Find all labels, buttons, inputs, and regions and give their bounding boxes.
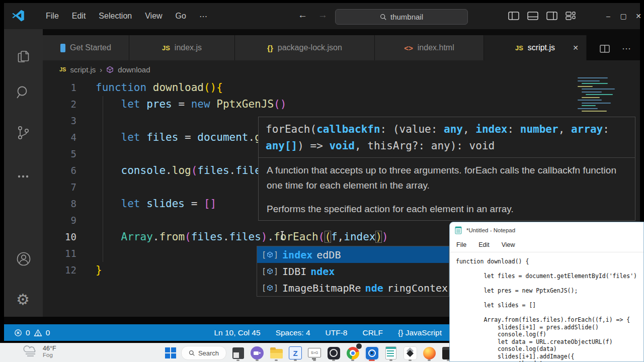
- window-app-icon[interactable]: [230, 345, 246, 360]
- vscode-logo-icon: [11, 9, 25, 23]
- notepad-titlebar[interactable]: *Untitled - Notepad: [450, 222, 643, 237]
- suggest-item[interactable]: []ImageBitmapRenderingContex: [257, 280, 449, 296]
- tab-strip: Get StartedJSindex.js{}package-lock.json…: [43, 29, 640, 60]
- breadcrumb-symbol[interactable]: download: [118, 65, 150, 74]
- suggest-item[interactable]: []IDBIndex: [257, 263, 449, 280]
- line-number: 6: [43, 162, 76, 179]
- status-item[interactable]: CRLF: [362, 328, 382, 337]
- screentogif-icon[interactable]: S>G: [307, 345, 322, 360]
- minimize-button[interactable]: –: [601, 12, 616, 20]
- line-number: 9: [43, 212, 76, 229]
- tab-package-lock-json[interactable]: {}package-lock.json: [235, 35, 375, 60]
- notepad-window[interactable]: *Untitled - Notepad FileEditView functio…: [449, 222, 644, 362]
- file-explorer-icon[interactable]: [269, 345, 284, 360]
- js-icon: JS: [515, 44, 523, 52]
- line-number: 4: [43, 129, 76, 146]
- minimap[interactable]: [578, 77, 635, 114]
- suggest-item[interactable]: []indexedDB: [257, 246, 449, 263]
- explorer-icon[interactable]: [15, 49, 31, 65]
- tab-get-started[interactable]: Get Started: [43, 35, 129, 60]
- split-editor-icon[interactable]: [600, 45, 610, 53]
- symbol-cube-icon: []: [262, 267, 278, 276]
- close-button[interactable]: ✕: [631, 12, 644, 20]
- menu-item-go[interactable]: Go: [169, 12, 193, 21]
- symbol-cube-icon: []: [262, 284, 278, 293]
- restore-button[interactable]: ▢: [616, 12, 631, 20]
- notepad-text[interactable]: function download() { let files = docume…: [450, 252, 643, 362]
- editor-actions: ⋯: [600, 43, 631, 54]
- code-line[interactable]: 2 let pres = new PptxGenJS(): [43, 96, 596, 113]
- notepad-menu-edit[interactable]: Edit: [478, 241, 490, 248]
- titlebar: FileEditSelectionViewGo⋯ ← → thumbnail –…: [4, 3, 640, 29]
- obs-icon[interactable]: [326, 345, 341, 360]
- braces-icon: {}: [267, 44, 273, 52]
- line-number: 2: [43, 96, 76, 113]
- line-number: 10: [43, 229, 76, 245]
- chat-app-icon[interactable]: [250, 345, 265, 360]
- js-icon: JS: [162, 44, 170, 52]
- notepad-menu-file[interactable]: File: [456, 241, 466, 248]
- toggle-sidebar-icon[interactable]: [508, 12, 519, 20]
- breadcrumb[interactable]: JS script.js › download: [43, 60, 640, 78]
- toggle-panel-icon[interactable]: [527, 12, 538, 20]
- line-number: 12: [43, 262, 76, 279]
- hover-paragraph-1: A function that accepts up to three argu…: [267, 163, 627, 193]
- source-control-icon[interactable]: [15, 125, 31, 141]
- code-line[interactable]: 1function download(){: [43, 79, 596, 96]
- menu-bar: FileEditSelectionViewGo⋯: [39, 3, 214, 29]
- search-sidebar-icon[interactable]: [15, 84, 31, 101]
- notepad-menu-bar: FileEditView: [450, 237, 643, 252]
- hover-description: A function that accepts up to three argu…: [259, 158, 635, 222]
- tab-label: script.js: [528, 43, 555, 52]
- taskbar-search[interactable]: Search: [181, 346, 226, 360]
- chrome-icon[interactable]: [345, 345, 360, 360]
- text-cursor-pointer: [280, 231, 285, 240]
- windows-start-icon: [165, 347, 176, 358]
- tab-bar-tabs: Get StartedJSindex.js{}package-lock.json…: [43, 35, 587, 60]
- firefox-icon[interactable]: [422, 345, 437, 360]
- back-arrow-icon[interactable]: ←: [298, 10, 307, 21]
- tab-index-js[interactable]: JSindex.js: [129, 35, 235, 60]
- menu-item-edit[interactable]: Edit: [65, 12, 93, 21]
- menu-item-view[interactable]: View: [138, 12, 169, 21]
- fog-icon: [23, 345, 38, 358]
- notepad-menu-view[interactable]: View: [502, 241, 515, 248]
- menu-item-more[interactable]: ⋯: [193, 12, 214, 21]
- customize-layout-icon[interactable]: [566, 12, 576, 20]
- notepad-app-icon[interactable]: [383, 345, 398, 360]
- status-item[interactable]: {} JavaScript: [398, 328, 442, 337]
- line-number: 11: [43, 245, 76, 262]
- menu-item-selection[interactable]: Selection: [92, 12, 138, 21]
- notepad-title: *Untitled - Notepad: [466, 227, 515, 233]
- zoomit-icon[interactable]: Z: [288, 345, 303, 360]
- search-query-text: thumbnail: [390, 13, 423, 21]
- html-icon: <>: [404, 44, 413, 52]
- toggle-secondary-sidebar-icon[interactable]: [546, 12, 557, 20]
- symbol-cube-icon: []: [262, 250, 278, 259]
- status-item[interactable]: Spaces: 4: [276, 328, 310, 337]
- weather-widget[interactable]: 46°F Fog: [23, 345, 56, 358]
- notepad-icon: [455, 226, 462, 234]
- more-actions-icon[interactable]: ⋯: [622, 43, 631, 54]
- tab-label: Get Started: [70, 43, 111, 52]
- tab-index-html[interactable]: <>index.html: [375, 35, 484, 60]
- status-item[interactable]: Ln 10, Col 45: [214, 328, 260, 337]
- menu-item-file[interactable]: File: [39, 12, 65, 21]
- breadcrumb-file[interactable]: script.js: [70, 65, 96, 74]
- taskbar-search-label: Search: [198, 349, 219, 357]
- tab-label: index.js: [175, 43, 202, 52]
- forward-arrow-icon[interactable]: →: [318, 10, 328, 21]
- status-item[interactable]: UTF-8: [326, 328, 348, 337]
- status-bar-right: Ln 10, Col 45Spaces: 4UTF-8CRLF{} JavaSc…: [4, 324, 448, 341]
- account-icon[interactable]: [15, 250, 32, 267]
- layers-app-icon[interactable]: [403, 345, 418, 360]
- command-center-search[interactable]: thumbnail: [335, 9, 468, 25]
- weather-condition: Fog: [43, 352, 56, 358]
- more-views-icon[interactable]: [15, 168, 31, 185]
- getstarted-icon: [60, 44, 65, 52]
- screen-recorder-icon[interactable]: [364, 345, 379, 360]
- start-button[interactable]: [164, 345, 177, 360]
- close-icon[interactable]: ✕: [573, 44, 579, 52]
- tab-script-js[interactable]: JSscript.js✕: [484, 35, 587, 60]
- settings-gear-icon[interactable]: ⚙: [16, 291, 30, 308]
